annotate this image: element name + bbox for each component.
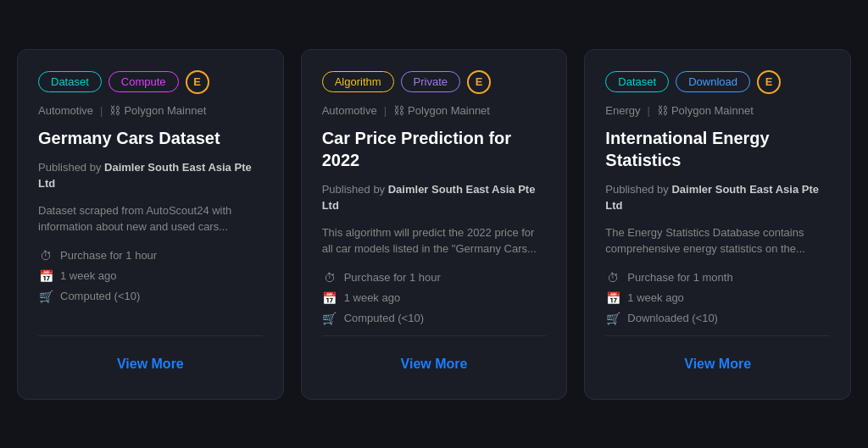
stat-text: Purchase for 1 month <box>627 271 732 284</box>
meta-divider: | <box>648 104 650 117</box>
card-description: Dataset scraped from AutoScout24 with in… <box>38 202 263 235</box>
stat-text: Computed (<10) <box>344 312 424 324</box>
calendar-icon: 📅 <box>322 291 337 305</box>
clock-icon: ⏱ <box>322 271 337 285</box>
calendar-icon: 📅 <box>38 269 53 283</box>
stat-text: 1 week ago <box>627 291 684 304</box>
card-meta: Automotive|⛓Polygon Mainnet <box>38 104 263 117</box>
publisher-name: Daimler South East Asia Pte Ltd <box>38 161 252 191</box>
publisher-name: Daimler South East Asia Pte Ltd <box>605 183 819 213</box>
view-more-button[interactable]: View More <box>38 350 263 379</box>
card-tags: DatasetDownloadE <box>605 70 830 94</box>
meta-divider: | <box>100 104 103 117</box>
card-title: Car Price Prediction for 2022 <box>322 127 547 171</box>
card-meta: Automotive|⛓Polygon Mainnet <box>322 104 547 117</box>
view-more-button[interactable]: View More <box>605 350 830 379</box>
card-stats: ⏱Purchase for 1 hour📅1 week ago🛒Computed… <box>322 271 547 325</box>
publisher-name: Daimler South East Asia Pte Ltd <box>322 183 536 213</box>
stat-calendar: 📅1 week ago <box>322 291 547 305</box>
stat-text: Purchase for 1 hour <box>60 249 157 262</box>
card-network: ⛓Polygon Mainnet <box>393 104 490 117</box>
cart-icon: 🛒 <box>38 290 53 303</box>
stat-cart: 🛒Computed (<10) <box>322 312 547 325</box>
calendar-icon: 📅 <box>605 291 620 305</box>
e-badge: E <box>467 70 491 94</box>
tag-dataset: Dataset <box>38 71 102 92</box>
card-category: Energy <box>605 104 640 117</box>
e-badge: E <box>186 70 209 94</box>
tag-algorithm: Algorithm <box>322 71 394 92</box>
card-stats: ⏱Purchase for 1 month📅1 week ago🛒Downloa… <box>605 271 830 325</box>
card-2: AlgorithmPrivateEAutomotive|⛓Polygon Mai… <box>301 49 568 400</box>
card-tags: AlgorithmPrivateE <box>322 70 547 94</box>
view-more-button[interactable]: View More <box>322 350 547 379</box>
stat-text: Downloaded (<10) <box>627 312 718 324</box>
tag-private: Private <box>401 71 460 92</box>
card-publisher: Published by Daimler South East Asia Pte… <box>605 181 830 214</box>
cards-container: DatasetComputeEAutomotive|⛓Polygon Mainn… <box>17 49 851 400</box>
stat-calendar: 📅1 week ago <box>38 269 263 283</box>
card-stats: ⏱Purchase for 1 hour📅1 week ago🛒Computed… <box>38 249 263 303</box>
card-footer: View More <box>605 335 830 379</box>
card-network: ⛓Polygon Mainnet <box>657 104 754 117</box>
card-description: The Energy Statistics Database contains … <box>605 224 830 257</box>
stat-cart: 🛒Computed (<10) <box>38 290 263 303</box>
card-publisher: Published by Daimler South East Asia Pte… <box>38 159 263 192</box>
card-description: This algorithm will predict the 2022 pri… <box>322 224 547 257</box>
card-footer: View More <box>322 335 547 379</box>
stat-clock: ⏱Purchase for 1 month <box>605 271 830 285</box>
card-3: DatasetDownloadEEnergy|⛓Polygon MainnetI… <box>584 49 851 400</box>
card-network: ⛓Polygon Mainnet <box>109 104 206 117</box>
stat-text: Computed (<10) <box>60 290 140 302</box>
card-publisher: Published by Daimler South East Asia Pte… <box>322 181 547 214</box>
card-title: Germany Cars Dataset <box>38 127 263 149</box>
stat-clock: ⏱Purchase for 1 hour <box>322 271 547 285</box>
chain-icon: ⛓ <box>109 104 120 117</box>
card-category: Automotive <box>38 104 93 117</box>
card-category: Automotive <box>322 104 377 117</box>
stat-text: 1 week ago <box>60 269 117 282</box>
stat-cart: 🛒Downloaded (<10) <box>605 312 830 325</box>
e-badge: E <box>757 70 781 94</box>
cart-icon: 🛒 <box>605 312 620 325</box>
stat-calendar: 📅1 week ago <box>605 291 830 305</box>
card-meta: Energy|⛓Polygon Mainnet <box>605 104 830 117</box>
card-1: DatasetComputeEAutomotive|⛓Polygon Mainn… <box>17 49 284 400</box>
stat-text: Purchase for 1 hour <box>344 271 441 284</box>
card-tags: DatasetComputeE <box>38 70 263 94</box>
chain-icon: ⛓ <box>393 104 404 117</box>
card-footer: View More <box>38 335 263 379</box>
stat-clock: ⏱Purchase for 1 hour <box>38 249 263 263</box>
meta-divider: | <box>384 104 387 117</box>
stat-text: 1 week ago <box>344 291 401 304</box>
tag-compute: Compute <box>108 71 179 92</box>
cart-icon: 🛒 <box>322 312 337 325</box>
tag-dataset: Dataset <box>605 71 669 92</box>
tag-download: Download <box>676 71 750 92</box>
card-title: International Energy Statistics <box>605 127 830 171</box>
clock-icon: ⏱ <box>38 249 53 263</box>
chain-icon: ⛓ <box>657 104 668 117</box>
clock-icon: ⏱ <box>605 271 620 285</box>
